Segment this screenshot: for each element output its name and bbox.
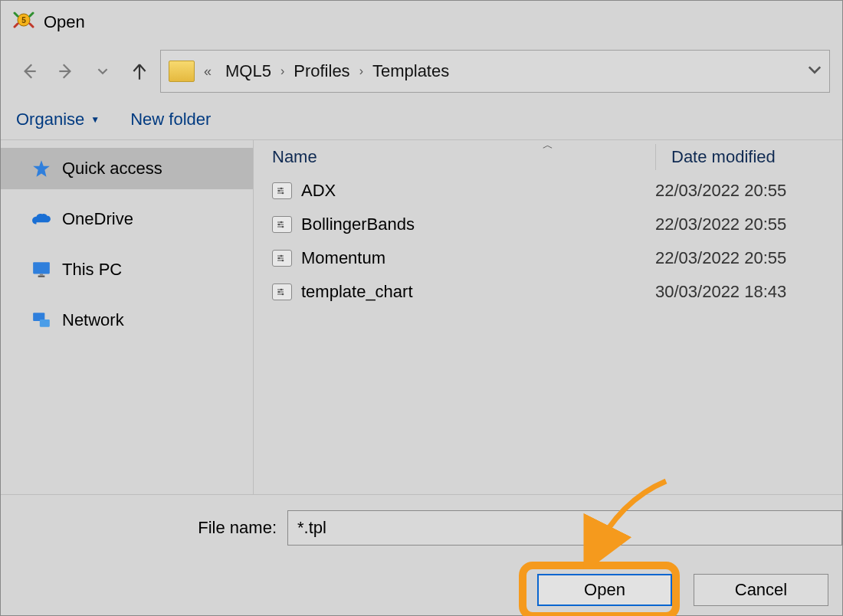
svg-point-20 [282, 226, 284, 228]
up-button[interactable] [123, 55, 156, 87]
svg-point-26 [282, 260, 284, 262]
file-name: ADX [301, 181, 655, 201]
sidebar: Quick access OneDrive This PC [1, 140, 254, 494]
breadcrumb-item[interactable]: MQL5 [219, 61, 277, 81]
sidebar-network[interactable]: Network [1, 300, 253, 341]
file-date: 30/03/2022 18:43 [655, 282, 786, 302]
file-date: 22/03/2022 20:55 [655, 215, 786, 234]
forward-button[interactable] [50, 55, 82, 87]
breadcrumb-item[interactable]: Templates [366, 61, 455, 81]
bottom-bar: File name: Open Cancel [1, 494, 842, 615]
sidebar-label: Quick access [62, 159, 162, 179]
sort-indicator-icon: ︿ [543, 139, 553, 152]
file-date: 22/03/2022 20:55 [655, 248, 786, 268]
toolbar: Organise ▼ New folder [1, 99, 842, 140]
path-overflow-icon[interactable]: « [204, 64, 212, 80]
svg-point-16 [280, 221, 283, 224]
column-separator[interactable] [655, 144, 656, 170]
svg-rect-4 [33, 262, 50, 274]
svg-point-24 [278, 257, 280, 260]
address-dropdown[interactable] [808, 63, 822, 80]
svg-point-18 [278, 224, 280, 226]
caret-down-icon: ▼ [90, 114, 100, 125]
open-button[interactable]: Open [537, 574, 672, 606]
svg-point-28 [280, 289, 283, 291]
svg-point-10 [280, 188, 283, 190]
chevron-right-icon: › [280, 64, 284, 78]
new-folder-label: New folder [130, 110, 211, 129]
cloud-icon [31, 209, 51, 229]
filename-label: File name: [139, 518, 277, 538]
column-date[interactable]: Date modified [671, 147, 842, 167]
chevron-right-icon: › [359, 64, 363, 78]
svg-rect-6 [40, 274, 43, 275]
breadcrumb-item[interactable]: Profiles [287, 61, 356, 81]
svg-text:5: 5 [21, 16, 26, 25]
svg-point-14 [282, 192, 284, 195]
sidebar-label: OneDrive [62, 209, 133, 229]
monitor-icon [31, 260, 51, 280]
tpl-file-icon [272, 283, 292, 300]
organise-menu[interactable]: Organise ▼ [16, 110, 100, 129]
svg-point-32 [282, 293, 284, 296]
file-date: 22/03/2022 20:55 [655, 181, 786, 201]
tpl-file-icon [272, 216, 292, 233]
svg-rect-5 [38, 276, 45, 277]
svg-point-12 [278, 190, 280, 192]
cancel-button[interactable]: Cancel [694, 574, 828, 606]
filename-row: File name: [1, 510, 842, 546]
tpl-file-icon [272, 250, 292, 267]
dialog-buttons: Open Cancel [537, 574, 842, 606]
dialog-title: Open [44, 12, 85, 32]
svg-point-22 [280, 255, 283, 257]
folder-icon [169, 61, 195, 82]
address-bar[interactable]: « MQL5 › Profiles › Templates [160, 50, 830, 93]
file-row[interactable]: ADX 22/03/2022 20:55 [254, 174, 842, 208]
svg-rect-8 [40, 319, 50, 327]
recent-dropdown[interactable] [87, 55, 119, 87]
column-name[interactable]: Name [272, 147, 655, 167]
file-row[interactable]: Momentum 22/03/2022 20:55 [254, 241, 842, 275]
app-icon: 5 [13, 11, 34, 33]
file-pane: ︿ Name Date modified ADX 22/03/2022 20:5… [254, 140, 842, 494]
sidebar-onedrive[interactable]: OneDrive [1, 198, 253, 240]
file-name: Momentum [301, 248, 655, 268]
back-button[interactable] [13, 55, 45, 87]
main-area: Quick access OneDrive This PC [1, 140, 842, 494]
star-icon [31, 159, 51, 179]
open-dialog: 5 Open « MQL5 › Profiles › Templates [0, 0, 843, 616]
file-row[interactable]: template_chart 30/03/2022 18:43 [254, 275, 842, 309]
tpl-file-icon [272, 182, 292, 199]
sidebar-label: This PC [62, 260, 122, 280]
new-folder-button[interactable]: New folder [130, 110, 211, 129]
file-name: template_chart [301, 282, 655, 302]
sidebar-quick-access[interactable]: Quick access [1, 148, 253, 189]
sidebar-this-pc[interactable]: This PC [1, 249, 253, 290]
svg-point-30 [278, 291, 280, 293]
sidebar-label: Network [62, 310, 124, 330]
organise-label: Organise [16, 110, 84, 129]
file-name: BollingerBands [301, 215, 655, 234]
nav-row: « MQL5 › Profiles › Templates [1, 44, 842, 99]
titlebar: 5 Open [1, 1, 842, 44]
file-row[interactable]: BollingerBands 22/03/2022 20:55 [254, 208, 842, 241]
network-icon [31, 310, 51, 330]
filename-input[interactable] [287, 510, 842, 546]
